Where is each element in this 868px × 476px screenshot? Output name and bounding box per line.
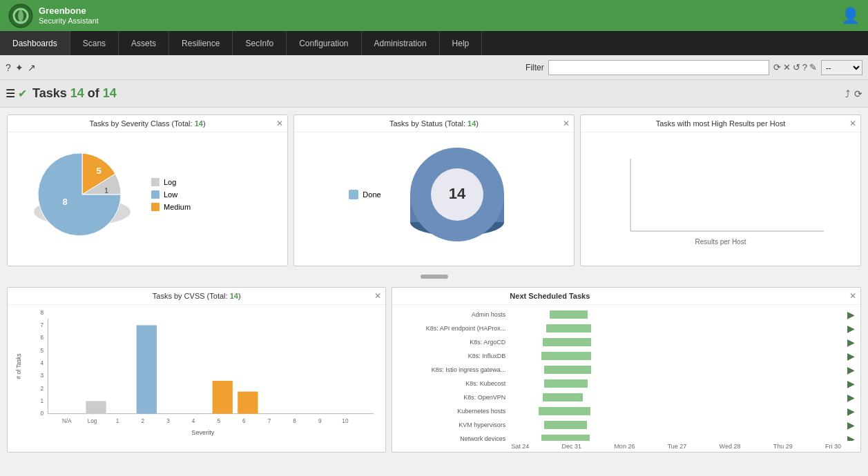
sched-bar-area-istio [508,365,846,375]
x-label-mon26: Mon 26 [614,443,635,450]
filter-clear-icon[interactable]: ✕ [783,62,791,72]
cvss-chart-card: Tasks by CVSS (Total: 14) ✕ 0 1 2 3 4 5 … [7,287,386,453]
app-name: Greenbone [39,6,99,17]
legend-log: Log [151,178,191,186]
filter-icons: ⟳ ✕ ↺ ? ✎ [773,62,817,72]
filter-select[interactable]: -- [821,60,862,75]
severity-legend: Log Low Medium [151,178,191,211]
sched-label-net: Network devices [398,435,508,441]
svg-text:3: 3 [166,418,170,424]
sched-bar-area-k8s [508,406,846,416]
sched-bar-area-openvpn [508,393,846,402]
sched-arrow-admin: ▶ [847,309,855,320]
help-icon[interactable]: ? [6,62,11,73]
svg-text:4: 4 [40,360,44,366]
svg-text:2: 2 [40,386,44,392]
nav-configuration[interactable]: Configuration [287,31,361,55]
legend-low-dot [151,190,160,199]
gantt-x-labels: Sat 24 Dec 31 Mon 26 Tue 27 Wed 28 Thu 2… [398,443,855,450]
bar-log [86,401,106,413]
nav-scans[interactable]: Scans [70,31,119,55]
sched-row-kvm: KVM hypervisors ▶ [398,418,855,432]
user-menu[interactable]: 👤 [841,7,860,25]
filter-help-icon[interactable]: ? [802,62,807,72]
sched-bar-kvm [544,421,587,429]
sched-row-argo: K8s: ArgoCD ▶ [398,335,855,349]
cvss-bar-svg: 0 1 2 3 4 5 6 7 8 # of Tasks [13,308,380,447]
bar-5 [213,381,233,414]
log-label: 1 [104,187,108,195]
status-chart-close[interactable]: ✕ [563,119,570,128]
wizard-icon[interactable]: ✦ [15,62,23,73]
svg-text:# of Tasks: # of Tasks [16,354,22,379]
sched-label-influx: K8s: InfluxDB [398,353,508,359]
cvss-chart-close[interactable]: ✕ [374,291,381,301]
filter-input[interactable] [548,60,769,75]
svg-text:Log: Log [88,418,97,424]
svg-text:9: 9 [318,418,322,424]
severity-pie-svg: 5 8 1 [27,139,137,250]
main-nav: Dashboards Scans Assets Resilience SecIn… [0,31,868,55]
svg-text:Severity: Severity [191,429,214,436]
status-center-value: 14 [448,185,465,202]
sched-row-openvpn: K8s: OpenVPN ▶ [398,390,855,404]
sched-bar-area-kvm [508,420,846,430]
nav-assets[interactable]: Assets [119,31,169,55]
filter-edit-icon[interactable]: ✎ [809,62,817,72]
sched-bar-area-admin [508,310,846,319]
done-legend-dot [349,190,358,199]
svg-text:N/A: N/A [62,418,72,424]
nav-secinfo[interactable]: SecInfo [233,31,287,55]
svg-text:1: 1 [116,418,119,424]
logo: Greenbone Security Assistant [8,3,99,28]
scheduled-chart-close[interactable]: ✕ [849,291,856,301]
nav-help[interactable]: Help [440,31,483,55]
page-header-icons: ☰ ✔ [6,87,27,100]
high-results-close[interactable]: ✕ [849,119,856,128]
svg-text:0: 0 [40,410,44,417]
medium-label: 5 [96,166,101,176]
severity-chart-close[interactable]: ✕ [276,119,283,128]
nav-resilience[interactable]: Resilience [169,31,233,55]
sched-bar-argo [543,338,591,346]
page-actions: ⤴ ⟳ [845,88,862,99]
sched-row-net: Network devices ▶ [398,432,855,441]
sched-bar-istio [544,366,591,374]
logo-icon [8,3,33,28]
gantt-container: Admin hosts ▶ K8s: API endpoint (HAProx.… [398,308,855,450]
nav-dashboards[interactable]: Dashboards [0,31,70,55]
user-icon: 👤 [841,7,860,24]
nav-administration[interactable]: Administration [362,31,440,55]
scheduled-chart-title: Next Scheduled Tasks [392,288,860,305]
sched-bar-openvpn [543,393,583,401]
svg-text:5: 5 [217,418,220,424]
export-page-icon[interactable]: ⤴ [845,88,850,99]
export-icon[interactable]: ↗ [28,62,36,73]
sched-bar-admin [550,310,588,319]
sched-label-openvpn: K8s: OpenVPN [398,394,508,401]
sched-row-influx: K8s: InfluxDB ▶ [398,349,855,363]
sched-label-api: K8s: API endpoint (HAProx... [398,325,508,332]
refresh-page-icon[interactable]: ⟳ [854,88,862,99]
status-chart-content: Done [294,132,574,257]
sched-bar-api [546,324,591,333]
scheduled-chart-card: Next Scheduled Tasks ✕ Admin hosts ▶ [392,287,861,453]
scroll-indicator [7,273,861,280]
sched-bar-area-kubecost [508,379,846,388]
toolbar: ? ✦ ↗ Filter ⟳ ✕ ↺ ? ✎ -- [0,55,868,80]
sched-bar-influx [541,352,591,360]
sched-arrow-k8s: ▶ [847,406,855,417]
filter-reset-icon[interactable]: ↺ [793,62,800,72]
scrollbar[interactable] [421,275,448,279]
svg-text:8: 8 [293,418,296,424]
x-label-dec31: Dec 31 [562,443,582,450]
sched-bar-area-influx [508,351,846,361]
page-title-text: Tasks 14 of 14 [32,86,117,101]
legend-log-label: Log [164,178,176,186]
page-header: ☰ ✔ Tasks 14 of 14 ⤴ ⟳ [0,80,868,108]
filter-refresh-icon[interactable]: ⟳ [773,62,781,72]
sched-row-admin: Admin hosts ▶ [398,308,855,321]
severity-pie-container: 5 8 1 Log Low [13,132,282,257]
sched-bar-area-argo [508,337,846,347]
status-chart-title: Tasks by Status (Total: 14) [294,115,574,132]
